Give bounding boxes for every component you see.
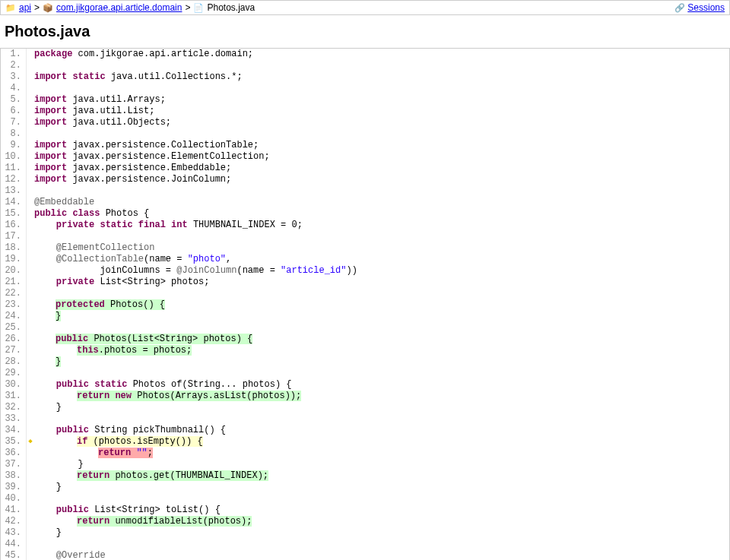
line-number[interactable]: 41. [1, 505, 27, 516]
line-number[interactable]: 2. [1, 60, 27, 71]
coverage-yellow-marker-icon [27, 436, 34, 448]
code-text [34, 493, 729, 505]
code-line: 20. joinColumns = @JoinColumn(name = "ar… [1, 265, 729, 277]
line-number[interactable]: 31. [1, 391, 27, 402]
line-number[interactable]: 24. [1, 311, 27, 322]
line-number[interactable]: 17. [1, 231, 27, 242]
indent-pad [34, 345, 77, 356]
coverage-marker-empty [27, 117, 34, 128]
code-line: 24.} [1, 311, 729, 322]
line-number[interactable]: 23. [1, 299, 27, 311]
coverage-green-span: return photos.get(THUMBNAIL_INDEX); [77, 470, 268, 481]
line-number[interactable]: 37. [1, 459, 27, 470]
page-title: Photos.java [5, 23, 725, 40]
line-number[interactable]: 33. [1, 413, 27, 425]
line-number[interactable]: 26. [1, 334, 27, 345]
coverage-marker-empty [27, 368, 34, 379]
line-number[interactable]: 34. [1, 425, 27, 436]
line-number[interactable]: 20. [1, 265, 27, 277]
code-text: private List<String> photos; [34, 277, 729, 288]
coverage-green-span: public Photos(List<String> photos) { [56, 334, 252, 344]
coverage-marker-empty [27, 231, 34, 242]
line-number[interactable]: 44. [1, 539, 27, 550]
code-line: 4. [1, 83, 729, 94]
code-text: private static final int THUMBNAIL_INDEX… [34, 220, 729, 231]
line-number[interactable]: 7. [1, 117, 27, 128]
indent-pad [34, 448, 98, 459]
line-number[interactable]: 12. [1, 174, 27, 185]
line-number[interactable]: 22. [1, 288, 27, 299]
line-number[interactable]: 45. [1, 550, 27, 560]
code-text: } [34, 402, 729, 413]
coverage-marker-empty [27, 60, 34, 71]
line-number[interactable]: 43. [1, 527, 27, 539]
code-line: 33. [1, 413, 729, 425]
line-number[interactable]: 14. [1, 197, 27, 208]
coverage-marker-empty [27, 106, 34, 117]
line-number[interactable]: 38. [1, 470, 27, 482]
code-line: 34. public String pickThumbnail() { [1, 425, 729, 436]
line-number[interactable]: 32. [1, 402, 27, 413]
line-number[interactable]: 18. [1, 242, 27, 254]
line-number[interactable]: 6. [1, 106, 27, 117]
coverage-marker-empty [27, 448, 34, 459]
coverage-green-span: protected Photos() { [56, 299, 165, 310]
line-number[interactable]: 21. [1, 277, 27, 288]
line-number[interactable]: 39. [1, 482, 27, 493]
sessions-link[interactable]: Sessions [687, 2, 725, 13]
breadcrumb-api-link[interactable]: api [19, 2, 31, 13]
code-line: 14.@Embeddable [1, 197, 729, 208]
code-line: 22. [1, 288, 729, 299]
line-number[interactable]: 5. [1, 94, 27, 106]
indent-pad [34, 356, 56, 368]
code-text: } [34, 527, 729, 539]
line-number[interactable]: 3. [1, 71, 27, 83]
breadcrumb-bar: api > com.jikgorae.api.article.domain > … [0, 0, 730, 15]
line-number[interactable]: 36. [1, 448, 27, 459]
line-number[interactable]: 29. [1, 368, 27, 379]
breadcrumb-package-link[interactable]: com.jikgorae.api.article.domain [56, 2, 182, 13]
coverage-green-span: } [56, 356, 61, 367]
line-number[interactable]: 25. [1, 322, 27, 334]
line-number[interactable]: 4. [1, 83, 27, 94]
code-line: 38.return photos.get(THUMBNAIL_INDEX); [1, 470, 729, 482]
line-number[interactable]: 28. [1, 356, 27, 368]
code-text: import javax.persistence.CollectionTable… [34, 140, 729, 151]
code-line: 6.import java.util.List; [1, 106, 729, 117]
file-icon [193, 2, 204, 13]
code-line: 17. [1, 231, 729, 242]
coverage-marker-empty [27, 242, 34, 254]
code-text [34, 60, 729, 71]
code-line: 29. [1, 368, 729, 379]
line-number[interactable]: 8. [1, 128, 27, 140]
code-text: import static java.util.Collections.*; [34, 71, 729, 83]
line-number[interactable]: 9. [1, 140, 27, 151]
code-line: 36.return ""; [1, 448, 729, 459]
code-line: 45. @Override [1, 550, 729, 560]
code-line: 28.} [1, 356, 729, 368]
coverage-marker-empty [27, 356, 34, 368]
line-number[interactable]: 30. [1, 379, 27, 391]
code-line: 8. [1, 128, 729, 140]
line-number[interactable]: 19. [1, 254, 27, 265]
line-number[interactable]: 35. [1, 436, 27, 448]
line-number[interactable]: 27. [1, 345, 27, 356]
code-line: 32. } [1, 402, 729, 413]
line-number[interactable]: 11. [1, 163, 27, 174]
coverage-marker-empty [27, 505, 34, 516]
code-text: import java.util.Arrays; [34, 94, 729, 106]
line-number[interactable]: 16. [1, 220, 27, 231]
indent-pad [34, 516, 77, 527]
line-number[interactable]: 10. [1, 151, 27, 163]
coverage-marker-empty [27, 197, 34, 208]
line-number[interactable]: 15. [1, 208, 27, 220]
line-number[interactable]: 40. [1, 493, 27, 505]
sessions-area: Sessions [674, 2, 725, 13]
line-number[interactable]: 1. [1, 49, 27, 60]
code-text [34, 539, 729, 550]
line-number[interactable]: 42. [1, 516, 27, 527]
indent-pad [34, 311, 56, 322]
indent-pad [34, 470, 77, 482]
coverage-marker-empty [27, 83, 34, 94]
line-number[interactable]: 13. [1, 185, 27, 197]
